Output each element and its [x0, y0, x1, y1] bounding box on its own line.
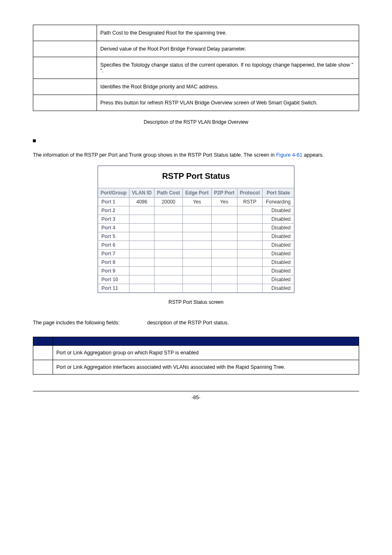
cost-cell — [154, 206, 183, 215]
col-port-state: Port State — [263, 188, 295, 197]
overview-label — [33, 57, 97, 79]
col-edge-port: Edge Port — [183, 188, 212, 197]
edge-cell — [183, 258, 212, 266]
rstp-port-status-table: RSTP Port Status Port/Group VLAN ID Path… — [97, 165, 295, 293]
fields-intro: The page includes the following fields: … — [33, 317, 359, 329]
overview-label — [33, 25, 97, 41]
p2p-cell: Yes — [211, 197, 237, 206]
figure-link[interactable]: Figure 4-61 — [276, 152, 302, 158]
col-protocol: Protocol — [237, 188, 263, 197]
p2p-cell — [211, 249, 237, 258]
overview-desc: Derived value of the Root Port Bridge Fo… — [97, 41, 359, 57]
vlan-cell — [129, 284, 154, 293]
field-object — [33, 346, 53, 360]
table-row: Port 9Disabled — [98, 266, 295, 275]
cost-cell — [154, 215, 183, 223]
table-row: Specifies the Tolology change status of … — [33, 57, 359, 79]
edge-cell — [183, 284, 212, 293]
table-row: Port 3Disabled — [98, 215, 295, 223]
port-label: Port 5 — [98, 232, 129, 240]
field-desc: Port or Link Aggregation group on which … — [53, 346, 359, 360]
fields-table: Port or Link Aggregation group on which … — [33, 337, 359, 375]
p2p-cell — [211, 215, 237, 223]
fields-intro-right: description of the RSTP Port status. — [147, 320, 228, 326]
edge-cell — [183, 240, 212, 249]
page-number: -85- — [33, 391, 359, 400]
table-row: Port 2Disabled — [98, 206, 295, 215]
proto-cell — [237, 258, 263, 266]
overview-desc: Specifies the Tolology change status of … — [97, 57, 359, 79]
vlan-cell — [129, 266, 154, 275]
col-path-cost: Path Cost — [154, 188, 183, 197]
cost-cell — [154, 275, 183, 284]
table-row: Port or Link Aggregation group on which … — [33, 346, 359, 360]
port-label: Port 8 — [98, 258, 129, 266]
proto-cell — [237, 223, 263, 232]
p2p-cell — [211, 284, 237, 293]
overview-desc: Identifies the Root Bridge priority and … — [97, 79, 359, 95]
table-row: Port 11Disabled — [98, 284, 295, 293]
p2p-cell — [211, 275, 237, 284]
intro-paragraph: The information of the RSTP per Port and… — [33, 150, 359, 161]
table-row: Port 1409620000YesYesRSTPForwarding — [98, 197, 295, 206]
state-cell: Disabled — [263, 284, 295, 293]
rstp-figure: RSTP Port Status Port/Group VLAN ID Path… — [33, 165, 359, 293]
overview-desc: Path Cost to the Designated Root for the… — [97, 25, 359, 41]
state-cell: Disabled — [263, 223, 295, 232]
vlan-cell — [129, 240, 154, 249]
state-cell: Disabled — [263, 240, 295, 249]
port-label: Port 9 — [98, 266, 129, 275]
edge-cell — [183, 215, 212, 223]
cost-cell — [154, 232, 183, 240]
overview-label — [33, 95, 97, 111]
port-label: Port 2 — [98, 206, 129, 215]
state-cell: Disabled — [263, 258, 295, 266]
vlan-cell — [129, 232, 154, 240]
p2p-cell — [211, 206, 237, 215]
edge-cell — [183, 232, 212, 240]
overview-desc: Press this button for refresh RSTP VLAN … — [97, 95, 359, 111]
table-row: Port or Link Aggregation interfaces asso… — [33, 360, 359, 375]
state-cell: Disabled — [263, 206, 295, 215]
cost-cell — [154, 249, 183, 258]
intro-text-post: appears. — [302, 152, 324, 158]
port-label: Port 4 — [98, 223, 129, 232]
p2p-cell — [211, 223, 237, 232]
p2p-cell — [211, 258, 237, 266]
proto-cell — [237, 275, 263, 284]
table-row: Port 10Disabled — [98, 275, 295, 284]
vlan-cell — [129, 249, 154, 258]
table-row: Press this button for refresh RSTP VLAN … — [33, 95, 359, 111]
table-row: Port 4Disabled — [98, 223, 295, 232]
edge-cell — [183, 275, 212, 284]
table-row: Port 8Disabled — [98, 258, 295, 266]
cost-cell — [154, 223, 183, 232]
rstp-caption: RSTP Port Status screen — [33, 299, 359, 305]
fields-header-object — [33, 337, 53, 346]
table-row: Port 7Disabled — [98, 249, 295, 258]
edge-cell — [183, 266, 212, 275]
state-cell: Disabled — [263, 275, 295, 284]
p2p-cell — [211, 240, 237, 249]
fields-header-description — [53, 337, 359, 346]
vlan-cell — [129, 258, 154, 266]
bullet-icon — [33, 139, 36, 142]
overview-label — [33, 79, 97, 95]
port-label: Port 11 — [98, 284, 129, 293]
table-row: Port 6Disabled — [98, 240, 295, 249]
cost-cell — [154, 284, 183, 293]
proto-cell — [237, 266, 263, 275]
intro-text-pre: The information of the RSTP per Port and… — [33, 152, 276, 158]
state-cell: Disabled — [263, 215, 295, 223]
proto-cell — [237, 249, 263, 258]
fields-intro-left: The page includes the following fields: — [33, 320, 120, 326]
vlan-cell — [129, 223, 154, 232]
proto-cell — [237, 284, 263, 293]
cost-cell: 20000 — [154, 197, 183, 206]
vlan-cell — [129, 215, 154, 223]
rstp-title: RSTP Port Status — [101, 167, 291, 187]
port-label: Port 10 — [98, 275, 129, 284]
state-cell: Forwarding — [263, 197, 295, 206]
col-port-group: Port/Group — [98, 188, 129, 197]
table-row: Path Cost to the Designated Root for the… — [33, 25, 359, 41]
